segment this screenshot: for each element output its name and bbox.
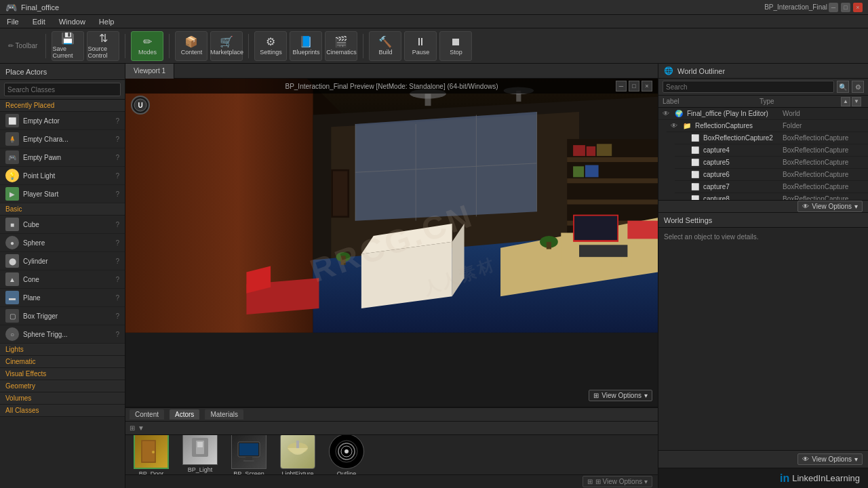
- marketplace-button[interactable]: 🛒 Marketplace: [210, 31, 243, 61]
- menu-help[interactable]: Help: [96, 16, 117, 27]
- cb-tab-actors[interactable]: Actors: [170, 409, 199, 420]
- scene-canvas: [125, 79, 658, 333]
- cb-filter-btn[interactable]: ▼: [138, 424, 144, 432]
- asset-bp-door[interactable]: BP_Door: [131, 435, 172, 476]
- point-light-icon: 💡: [5, 169, 19, 182]
- save-current-button[interactable]: 💾 Save Current: [52, 31, 84, 61]
- player-start-icon: ▶: [5, 187, 19, 201]
- blueprints-button[interactable]: 📘 Blueprints: [290, 31, 322, 61]
- win-controls: ─ □ ×: [829, 3, 863, 12]
- actor-plane[interactable]: ▬ Plane ?: [0, 289, 125, 307]
- viewport[interactable]: BP_Interaction_Final Preview [NetMode: S…: [125, 79, 658, 407]
- wo-settings-btn[interactable]: ⚙: [852, 81, 864, 93]
- close-btn[interactable]: ×: [853, 3, 863, 12]
- category-lights[interactable]: Lights: [0, 344, 125, 356]
- actor-cube[interactable]: ■ Cube ?: [0, 216, 125, 234]
- svg-rect-17: [573, 145, 585, 156]
- content-icon: 📦: [184, 37, 198, 47]
- svg-rect-30: [574, 216, 617, 240]
- source-control-button[interactable]: ⇅ Source Control: [87, 31, 119, 61]
- actor-box-trigger[interactable]: ▢ Box Trigger ?: [0, 307, 125, 325]
- cb-tab-materials[interactable]: Materials: [205, 409, 243, 420]
- wo-item-boxcapture2[interactable]: ⬜ BoxReflectionCapture2 BoxReflectionCap…: [675, 132, 868, 144]
- settings-button[interactable]: ⚙ Settings: [254, 31, 287, 61]
- asset-outline[interactable]: Outline: [326, 435, 367, 476]
- actor-empty-pawn[interactable]: 🎮 Empty Pawn ?: [0, 148, 125, 167]
- menu-edit[interactable]: Edit: [30, 16, 48, 27]
- actor-sphere-trigger[interactable]: ○ Sphere Trigg... ?: [0, 325, 125, 344]
- details-panel: World Settings Select an object to view …: [658, 213, 868, 488]
- wo-view-options-button[interactable]: 👁 View Options ▾: [797, 201, 863, 212]
- wo-item-capture6[interactable]: ⬜ capture6 BoxReflectionCapture: [675, 169, 868, 181]
- category-visual-effects[interactable]: Visual Effects: [0, 368, 125, 380]
- capture-icon: ⬜: [691, 159, 701, 166]
- category-volumes[interactable]: Volumes: [0, 392, 125, 405]
- actor-name: Empty Pawn: [23, 154, 111, 161]
- menu-window[interactable]: Window: [56, 16, 88, 27]
- asset-bp-screen[interactable]: BP_Screen: [229, 435, 269, 476]
- wo-scroll-up-btn[interactable]: ▲: [841, 97, 850, 106]
- actor-cone[interactable]: ▲ Cone ?: [0, 270, 125, 289]
- window-title: BP_Interaction_Final: [764, 3, 827, 11]
- view-options-button[interactable]: ⊞ View Options ▾: [589, 390, 652, 401]
- asset-lightfixture[interactable]: LightFixture: [277, 435, 318, 476]
- menu-file[interactable]: File: [4, 16, 22, 27]
- asset-bp-lightswitch[interactable]: BP_Light Switch: [180, 435, 220, 476]
- search-classes-input[interactable]: [4, 83, 121, 96]
- actor-empty-character[interactable]: 🧍 Empty Chara... ?: [0, 130, 125, 148]
- empty-actor-icon: ⬜: [5, 114, 19, 127]
- wo-item-label: capture6: [703, 171, 780, 178]
- svg-rect-19: [597, 144, 612, 156]
- stop-button[interactable]: ⏹ Stop: [439, 31, 472, 61]
- actor-cylinder[interactable]: ⬤ Cylinder ?: [0, 252, 125, 270]
- cb-tab-content[interactable]: Content: [130, 409, 164, 420]
- view-options-status-button[interactable]: ⊞ ⊞ View Options ▾: [583, 476, 652, 487]
- category-all-classes[interactable]: All Classes: [0, 405, 125, 417]
- actor-help: ?: [115, 331, 119, 338]
- vp-maximize-btn[interactable]: □: [629, 81, 639, 92]
- category-geometry[interactable]: Geometry: [0, 380, 125, 392]
- sphere-icon: ●: [5, 236, 19, 249]
- modes-button[interactable]: ✏ Modes: [131, 31, 163, 61]
- wo-search-btn[interactable]: 🔍: [837, 81, 849, 93]
- grid-icon: ⊞: [587, 478, 593, 485]
- capture-icon: ⬜: [691, 171, 701, 178]
- modes-icon: ✏: [143, 37, 152, 47]
- actor-player-start[interactable]: ▶ Player Start ?: [0, 185, 125, 203]
- wo-item-label: capture8: [703, 195, 780, 200]
- wo-item-final-office[interactable]: 👁 🌍 Final_office (Play In Editor) World: [658, 108, 868, 120]
- vp-minimize-btn[interactable]: ─: [616, 81, 627, 92]
- actor-empty-actor[interactable]: ⬜ Empty Actor ?: [0, 112, 125, 130]
- actor-point-light[interactable]: 💡 Point Light ?: [0, 167, 125, 185]
- build-button[interactable]: 🔨 Build: [369, 31, 401, 61]
- minimize-btn[interactable]: ─: [829, 3, 838, 12]
- wo-item-capture8[interactable]: ⬜ capture8 BoxReflectionCapture: [675, 193, 868, 200]
- source-control-icon: ⇅: [99, 33, 108, 44]
- wo-item-capture7[interactable]: ⬜ capture7 BoxReflectionCapture: [675, 181, 868, 193]
- wo-item-capture4[interactable]: ⬜ capture4 BoxReflectionCapture: [675, 144, 868, 157]
- viewport-tab-1[interactable]: Viewport 1: [125, 64, 174, 79]
- wo-scroll-down-btn[interactable]: ▼: [852, 97, 861, 106]
- actor-sphere[interactable]: ● Sphere ?: [0, 234, 125, 252]
- capture-icon: ⬜: [691, 134, 701, 142]
- eye-icon: 👁: [802, 455, 809, 463]
- cinematics-button[interactable]: 🎬 Cinematics: [325, 31, 357, 61]
- pause-button[interactable]: ⏸ Pause: [404, 31, 437, 61]
- capture-icon: ⬜: [691, 146, 701, 154]
- content-button[interactable]: 📦 Content: [175, 31, 208, 61]
- maximize-btn[interactable]: □: [841, 3, 850, 12]
- category-recently-placed[interactable]: Recently Placed: [0, 100, 125, 112]
- category-cinematic[interactable]: Cinematic: [0, 356, 125, 368]
- empty-character-icon: 🧍: [5, 132, 19, 146]
- cylinder-icon: ⬤: [5, 254, 19, 268]
- sphere-trigger-icon: ○: [5, 327, 19, 341]
- details-view-options-button[interactable]: 👁 View Options ▾: [797, 453, 863, 465]
- toolbar-divider-2: [125, 34, 125, 58]
- category-basic[interactable]: Basic: [0, 203, 125, 216]
- world-outliner-search-input[interactable]: [663, 81, 834, 93]
- wo-item-capture5[interactable]: ⬜ capture5 BoxReflectionCapture: [675, 157, 868, 169]
- asset-thumb-img: [280, 435, 315, 469]
- actor-help: ?: [115, 239, 119, 247]
- wo-item-reflectioncaptures[interactable]: 👁 📁 ReflectionCaptures Folder: [667, 120, 868, 132]
- vp-close-btn[interactable]: ×: [642, 81, 652, 92]
